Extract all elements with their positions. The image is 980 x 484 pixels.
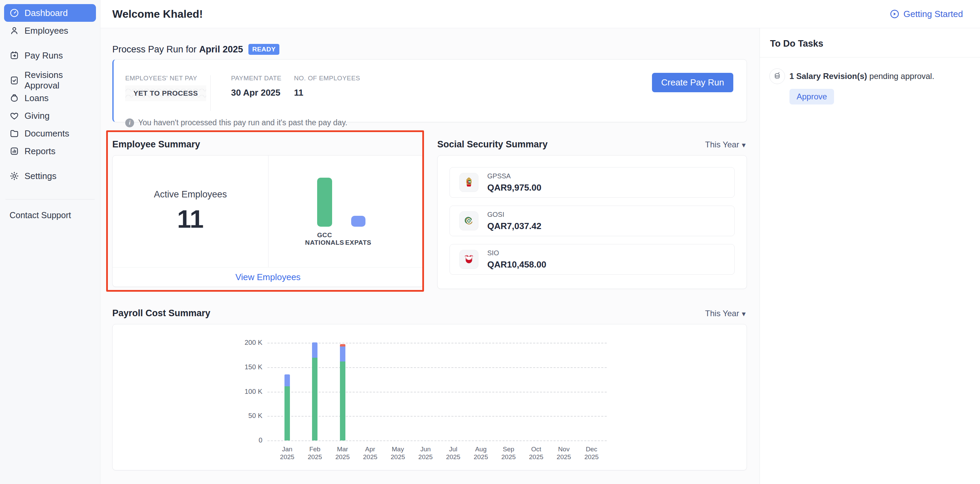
todo-task-description: pending approval.	[867, 72, 934, 81]
net-pay-field: EMPLOYEES' NET PAY YET TO PROCESS	[125, 75, 210, 101]
sidebar-item-pay-runs[interactable]: Pay Runs	[4, 47, 96, 64]
process-pay-run-section: Process Pay Run for April 2025 READY EMP…	[112, 44, 747, 122]
revisions-approval-icon	[9, 75, 19, 86]
info-icon: i	[125, 118, 134, 127]
sidebar-item-label: Pay Runs	[24, 50, 63, 61]
sidebar-item-revisions-approval[interactable]: Revisions Approval	[4, 72, 96, 89]
todo-title: To Do Tasks	[770, 38, 970, 49]
payroll-bar-segment	[312, 358, 318, 441]
settings-icon	[9, 171, 19, 181]
social-security-name: GOSI	[487, 211, 541, 218]
dashboard-icon	[9, 8, 19, 18]
sidebar-item-loans[interactable]: Loans	[4, 89, 96, 107]
social-security-amount: QAR10,458.00	[487, 260, 546, 270]
create-pay-run-button[interactable]: Create Pay Run	[652, 73, 733, 92]
pay-run-period: April 2025	[199, 44, 243, 54]
payroll-bar-segment	[340, 361, 345, 441]
payroll-cost-section: Payroll Cost Summary This Year▼ 050 K100…	[112, 308, 747, 470]
employees-icon	[9, 25, 19, 36]
social-security-card: GPSSA QAR9,975.00 GOSI QAR7,037.42	[437, 155, 747, 289]
sidebar-item-label: Employees	[24, 25, 68, 36]
salary-coins-icon	[769, 68, 785, 84]
employee-summary-title: Employee Summary	[112, 139, 424, 150]
employee-summary-chart: GCC NATIONALSEXPATS	[269, 156, 423, 267]
social-security-section: Social Security Summary This Year▼ GPSSA…	[437, 139, 747, 289]
sidebar-divider	[5, 199, 95, 199]
employee-summary-footer: View Employees	[113, 267, 423, 287]
social-security-title: Social Security Summary	[437, 139, 547, 150]
sidebar-item-settings[interactable]: Settings	[4, 167, 96, 185]
employee-bar	[317, 178, 332, 227]
getting-started-link[interactable]: Getting Started	[889, 9, 963, 19]
payroll-bar-segment	[285, 374, 290, 386]
sidebar-item-documents[interactable]: Documents	[4, 124, 96, 142]
sidebar-item-label: Dashboard	[24, 8, 68, 18]
sidebar-item-label: Revisions Approval	[24, 70, 91, 91]
pay-run-card: EMPLOYEES' NET PAY YET TO PROCESS PAYMEN…	[112, 59, 747, 122]
payroll-cost-range-dropdown[interactable]: This Year▼	[705, 309, 747, 318]
y-axis-tick-label: 100 K	[232, 388, 262, 395]
employee-summary-card: Active Employees 11 GCC NATIONALSEXPATS …	[112, 155, 424, 287]
sidebar-item-giving[interactable]: Giving	[4, 107, 96, 124]
dashboard-content: Process Pay Run for April 2025 READY EMP…	[100, 28, 759, 484]
pay-run-title: Process Pay Run for April 2025 READY	[112, 44, 747, 55]
sidebar-item-label: Reports	[24, 146, 56, 156]
employee-count-value: 11	[294, 88, 360, 98]
sidebar-item-label: Settings	[24, 171, 56, 182]
social-security-row-sio[interactable]: SIO QAR10,458.00	[450, 244, 735, 275]
chart-gridline	[267, 416, 607, 417]
payroll-bar-segment	[340, 344, 345, 347]
social-security-range-dropdown[interactable]: This Year▼	[705, 140, 747, 150]
y-axis-tick-label: 150 K	[232, 363, 262, 371]
getting-started-label: Getting Started	[904, 9, 963, 19]
payment-date-value: 30 Apr 2025	[231, 88, 294, 98]
x-axis-tick-label: Dec 2025	[573, 445, 610, 461]
sidebar-group-gap	[0, 40, 100, 47]
todo-task-count: 1 Salary Revision(s)	[789, 72, 867, 81]
todo-header: To Do Tasks	[760, 28, 980, 57]
pay-run-note: i You haven't processed this pay run and…	[125, 118, 733, 127]
payroll-bar-segment	[312, 342, 318, 358]
todo-task-text: 1 Salary Revision(s) pending approval.	[789, 68, 934, 81]
gosi-logo-icon	[460, 211, 479, 231]
sidebar-item-reports[interactable]: Reports	[4, 142, 96, 160]
y-axis-tick-label: 200 K	[232, 339, 262, 347]
chevron-down-icon: ▼	[740, 310, 747, 318]
sidebar-item-label: Giving	[24, 111, 50, 121]
y-axis-tick-label: 0	[232, 436, 262, 444]
payroll-cost-chart: 050 K100 K150 K200 KJan 2025Feb 2025Mar …	[112, 324, 747, 470]
payroll-bar-segment	[340, 347, 345, 361]
field-divider	[210, 75, 211, 111]
reports-icon	[9, 146, 19, 156]
y-axis-tick-label: 50 K	[232, 412, 262, 420]
documents-icon	[9, 128, 19, 139]
employee-bar-label: EXPATS	[331, 239, 385, 247]
chevron-down-icon: ▼	[740, 142, 747, 149]
employee-count-field: NO. OF EMPLOYEES 11	[294, 75, 360, 98]
social-security-row-gosi[interactable]: GOSI QAR7,037.42	[450, 205, 735, 236]
net-pay-label: EMPLOYEES' NET PAY	[125, 75, 210, 82]
sidebar: Dashboard Employees Pay Runs Revisions A…	[0, 0, 100, 484]
social-security-amount: QAR9,975.00	[487, 182, 541, 193]
loans-icon	[9, 93, 19, 103]
chart-gridline	[267, 392, 607, 392]
social-security-row-gpssa[interactable]: GPSSA QAR9,975.00	[450, 167, 735, 198]
ready-status-badge: READY	[248, 44, 279, 55]
pay-runs-icon	[9, 50, 19, 61]
contact-support-link[interactable]: Contact Support	[0, 210, 100, 220]
sidebar-item-employees[interactable]: Employees	[4, 22, 96, 40]
social-security-name: SIO	[487, 249, 546, 257]
active-employees-count: 11	[177, 205, 204, 234]
chart-gridline	[267, 367, 607, 368]
social-security-name: GPSSA	[487, 172, 541, 180]
sidebar-item-dashboard[interactable]: Dashboard	[4, 4, 96, 22]
approve-button[interactable]: Approve	[789, 89, 834, 105]
social-security-amount: QAR7,037.42	[487, 221, 541, 231]
bahrain-emblem-icon	[460, 250, 479, 269]
giving-icon	[9, 111, 19, 121]
pay-run-note-text: You haven't processed this pay run and i…	[138, 118, 347, 127]
view-employees-link[interactable]: View Employees	[235, 272, 301, 282]
payment-date-field: PAYMENT DATE 30 Apr 2025	[231, 75, 294, 98]
net-pay-value: YET TO PROCESS	[125, 86, 206, 101]
payment-date-label: PAYMENT DATE	[231, 75, 294, 82]
